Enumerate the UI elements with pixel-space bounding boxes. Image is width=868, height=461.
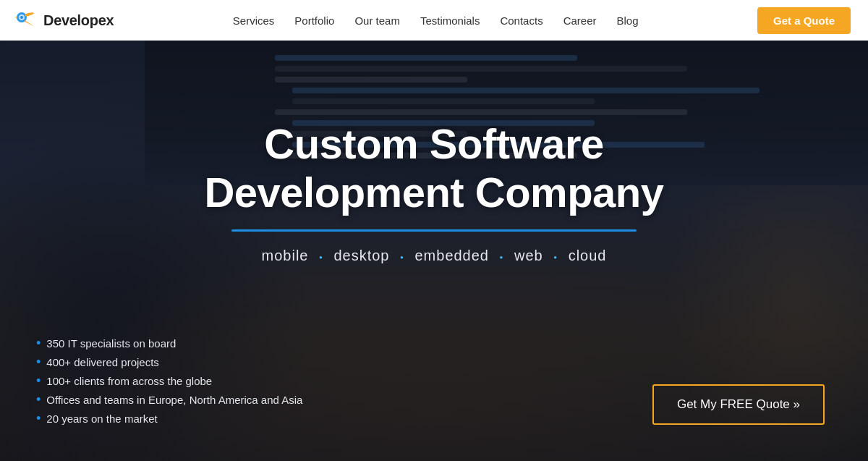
header: Developex Services Portfolio Our team Te… bbox=[0, 0, 868, 41]
stat-text-4: Offices and teams in Europe, North Ameri… bbox=[46, 394, 302, 406]
stat-item-4: Offices and teams in Europe, North Ameri… bbox=[36, 393, 302, 406]
stats-list: 350 IT specialists on board 400+ deliver… bbox=[36, 337, 302, 425]
hero-title-underline bbox=[231, 229, 637, 232]
subtitle-mobile: mobile bbox=[262, 248, 309, 263]
hero-subtitle: mobile ● desktop ● embedded ● web ● clou… bbox=[262, 248, 607, 264]
main-nav: Services Portfolio Our team Testimonials… bbox=[233, 14, 639, 27]
dot-2: ● bbox=[400, 254, 404, 261]
free-quote-label: Get My FREE Quote » bbox=[677, 397, 800, 412]
free-quote-button[interactable]: Get My FREE Quote » bbox=[652, 384, 825, 425]
stat-text-3: 100+ clients from across the globe bbox=[46, 375, 212, 387]
nav-item-our-team[interactable]: Our team bbox=[354, 14, 400, 27]
hero-content: Custom Software Development Company mobi… bbox=[0, 41, 868, 264]
subtitle-desktop: desktop bbox=[333, 248, 389, 263]
subtitle-web: web bbox=[514, 248, 543, 263]
dot-3: ● bbox=[500, 254, 504, 261]
hero-section: Custom Software Development Company mobi… bbox=[0, 41, 868, 461]
stat-text-2: 400+ delivered projects bbox=[46, 356, 159, 368]
hero-title-line1: Custom Software bbox=[264, 120, 603, 167]
get-quote-button[interactable]: Get a Quote bbox=[757, 7, 851, 34]
hero-title: Custom Software Development Company bbox=[204, 120, 663, 216]
nav-item-contacts[interactable]: Contacts bbox=[500, 14, 542, 27]
logo-text: Developex bbox=[43, 12, 114, 29]
subtitle-cloud: cloud bbox=[569, 248, 607, 263]
logo[interactable]: Developex bbox=[14, 7, 114, 33]
stat-item-3: 100+ clients from across the globe bbox=[36, 374, 302, 387]
nav-item-testimonials[interactable]: Testimonials bbox=[420, 14, 480, 27]
stat-text-1: 350 IT specialists on board bbox=[46, 337, 176, 350]
hero-title-line2: Development Company bbox=[204, 169, 663, 216]
nav-item-career[interactable]: Career bbox=[563, 14, 597, 27]
stat-text-5: 20 years on the market bbox=[46, 413, 157, 425]
svg-point-2 bbox=[20, 16, 23, 19]
nav-item-portfolio[interactable]: Portfolio bbox=[294, 14, 334, 27]
nav-item-services[interactable]: Services bbox=[233, 14, 275, 27]
logo-icon bbox=[14, 7, 41, 33]
stat-item-5: 20 years on the market bbox=[36, 412, 302, 425]
dot-4: ● bbox=[553, 254, 558, 261]
nav-item-blog[interactable]: Blog bbox=[617, 14, 639, 27]
stat-item-1: 350 IT specialists on board bbox=[36, 337, 302, 350]
stat-item-2: 400+ delivered projects bbox=[36, 355, 302, 368]
dot-1: ● bbox=[319, 254, 323, 261]
hero-bottom-bar: 350 IT specialists on board 400+ deliver… bbox=[0, 337, 868, 461]
subtitle-embedded: embedded bbox=[414, 248, 489, 263]
